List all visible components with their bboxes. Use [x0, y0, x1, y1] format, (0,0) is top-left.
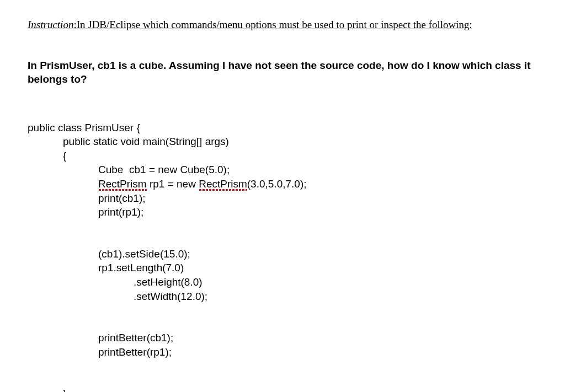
spellcheck-underline: RectPrism: [98, 178, 147, 191]
code-line: public static void main(String[] args): [28, 135, 229, 149]
code-line: printBetter(cb1);: [28, 331, 173, 345]
code-line: print(rp1);: [28, 205, 143, 219]
code-line: printBetter(rp1);: [28, 345, 172, 359]
code-line: }: [28, 386, 66, 392]
code-line: print(cb1);: [28, 191, 146, 206]
instruction-body: :In JDB/Eclipse which commands/menu opti…: [73, 19, 472, 30]
code-line: rp1.setLength(7.0): [28, 261, 184, 275]
code-line: RectPrism rp1 = new RectPrism(3.0,5.0,7.…: [28, 177, 307, 191]
spellcheck-underline: RectPrism: [199, 178, 247, 191]
code-line: .setHeight(8.0): [28, 275, 202, 289]
code-line: (cb1).setSide(15.0);: [28, 247, 190, 261]
instruction-label: Instruction: [28, 19, 73, 30]
question-text: In PrismUser, cb1 is a cube. Assuming I …: [28, 58, 537, 87]
instruction-text: Instruction:In JDB/Eclipse which command…: [28, 18, 537, 32]
code-line: public class PrismUser {: [28, 122, 140, 133]
code-line: .setWidth(12.0);: [28, 289, 207, 304]
code-line: {: [28, 149, 66, 163]
code-line: Cube cb1 = new Cube(5.0);: [28, 163, 230, 177]
code-block: public class PrismUser { public static v…: [28, 106, 537, 392]
